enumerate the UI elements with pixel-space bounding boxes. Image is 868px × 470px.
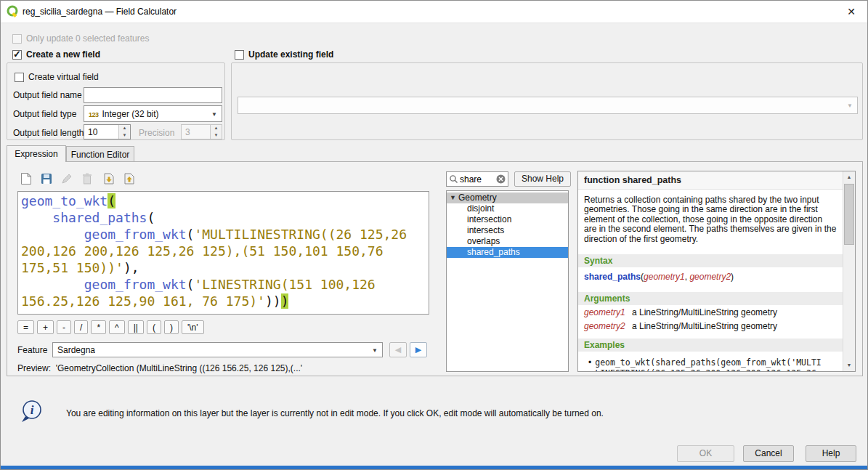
operator-buttons: = + - / * ^ || ( ) '\n': [17, 320, 204, 334]
import-expressions-button[interactable]: [100, 170, 118, 187]
spin-down-icon[interactable]: ▼: [119, 132, 130, 139]
tree-group-geometry[interactable]: ▼ Geometry: [447, 193, 568, 203]
window-title: reg_sicilia_sardegna — Field Calculator: [23, 7, 177, 17]
operator-power-button[interactable]: ^: [109, 320, 125, 334]
operator-plus-button[interactable]: +: [37, 320, 54, 334]
preview-label: Preview:: [17, 363, 51, 373]
update-existing-field-checkbox[interactable]: Update existing field: [235, 49, 333, 60]
function-search-box[interactable]: [446, 171, 508, 187]
next-feature-button[interactable]: ▶: [410, 342, 427, 357]
save-expression-button[interactable]: [38, 170, 55, 187]
scroll-up-icon[interactable]: ▲: [843, 171, 855, 183]
output-field-type-select[interactable]: 123Integer (32 bit) ▼: [84, 105, 222, 122]
spin-down-icon: ▼: [211, 132, 222, 139]
output-field-name-input[interactable]: [84, 87, 222, 103]
precision-label: Precision: [139, 128, 174, 138]
save-icon: [41, 173, 52, 185]
title-bar: reg_sicilia_sardegna — Field Calculator …: [1, 1, 867, 23]
export-icon: [123, 173, 135, 185]
scroll-down-icon[interactable]: ▼: [843, 360, 855, 371]
create-virtual-field-checkbox[interactable]: Create virtual field: [15, 72, 99, 82]
edit-mode-notice: You are editing information on this laye…: [66, 408, 604, 418]
help-content: function shared_paths Returns a collecti…: [578, 171, 843, 371]
tab-function-editor[interactable]: Function Editor: [66, 146, 134, 162]
output-field-length-label: Output field length: [13, 128, 84, 138]
function-help-panel: function shared_paths Returns a collecti…: [577, 171, 856, 372]
expression-segment: )): [265, 293, 281, 309]
update-existing-field-label: Update existing field: [248, 49, 333, 60]
new-expression-button[interactable]: [17, 170, 35, 187]
clear-search-icon[interactable]: [496, 174, 506, 186]
tree-item-intersection[interactable]: intersection: [447, 214, 568, 225]
example-code-line: LINESTRING((26 125,26 200,126 200,126 12…: [595, 368, 822, 371]
tree-expander-icon[interactable]: ▼: [450, 193, 456, 203]
spin-up-icon[interactable]: ▲: [119, 125, 130, 132]
feature-value: Sardegna: [57, 345, 95, 355]
checkbox-icon[interactable]: [15, 73, 24, 82]
scrollbar-thumb[interactable]: [844, 184, 854, 245]
help-examples-header: Examples: [578, 339, 843, 352]
expression-segment: shared_paths: [52, 210, 147, 225]
show-help-button[interactable]: Show Help: [514, 171, 571, 187]
feature-label: Feature: [17, 345, 47, 355]
help-button[interactable]: Help: [806, 445, 856, 462]
feature-select[interactable]: Sardegna ▼: [52, 342, 383, 357]
qgis-logo-icon: [7, 5, 19, 20]
dropdown-arrow-icon: ▼: [372, 347, 378, 353]
update-existing-group: ▼: [231, 62, 863, 140]
expression-segment: geom_from_wkt: [84, 277, 187, 292]
help-syntax-line: shared_paths(geometry1, geometry2): [578, 267, 843, 286]
operator-equals-button[interactable]: =: [17, 320, 34, 334]
export-expressions-button[interactable]: [121, 170, 138, 187]
spinner-buttons[interactable]: ▲▼: [118, 125, 130, 139]
expression-segment: [21, 210, 52, 225]
operator-multiply-button[interactable]: *: [91, 320, 106, 334]
create-new-field-checkbox[interactable]: Create a new field: [12, 49, 100, 60]
import-icon: [103, 173, 115, 185]
tree-item-intersects[interactable]: intersects: [447, 225, 568, 236]
precision-spinner: 3 ▲▼: [181, 124, 222, 139]
argument-name: geometry2: [584, 321, 632, 331]
operator-close-paren-button[interactable]: ): [164, 320, 179, 334]
operator-minus-button[interactable]: -: [57, 320, 71, 334]
svg-text:i: i: [31, 403, 34, 417]
help-scrollbar[interactable]: ▲ ▼: [843, 171, 855, 371]
previous-feature-button: ◀: [389, 342, 407, 357]
bullet-icon: •: [588, 357, 591, 371]
tab-expression[interactable]: Expression: [7, 145, 66, 162]
spin-up-icon: ▲: [211, 125, 222, 132]
output-field-length-spinner[interactable]: 10 ▲▼: [84, 124, 131, 139]
expression-editor[interactable]: geom_to_wkt( shared_paths( geom_from_wkt…: [17, 191, 429, 315]
operator-divide-button[interactable]: /: [74, 320, 88, 334]
checkbox-icon: [12, 34, 22, 44]
window-bottom-edge: [1, 466, 867, 469]
expression-segment: geom_to_wkt: [21, 193, 108, 208]
preview-row: Preview: 'GeometryCollection (MultiLineS…: [17, 363, 302, 373]
search-input[interactable]: [460, 173, 493, 185]
expression-tab-panel: geom_to_wkt( shared_paths( geom_from_wkt…: [7, 161, 863, 376]
output-field-name-label: Output field name: [13, 90, 82, 100]
checkbox-checked-icon[interactable]: [12, 50, 22, 60]
close-icon[interactable]: ✕: [845, 5, 858, 18]
create-virtual-field-label: Create virtual field: [28, 72, 99, 82]
matched-bracket: (: [108, 193, 115, 208]
info-icon: i: [18, 398, 44, 426]
expression-segment: (: [187, 277, 195, 292]
tree-item-shared-paths[interactable]: shared_paths: [447, 247, 568, 258]
syntax-arg2: geometry2: [689, 272, 731, 282]
operator-open-paren-button[interactable]: (: [147, 320, 161, 334]
field-calculator-dialog: reg_sicilia_sardegna — Field Calculator …: [0, 0, 868, 470]
function-tree[interactable]: ▼ Geometry disjoint intersection interse…: [446, 190, 569, 372]
help-arguments-header: Arguments: [578, 292, 843, 305]
help-syntax-header: Syntax: [578, 254, 843, 267]
tree-item-overlaps[interactable]: overlaps: [447, 236, 568, 247]
argument-row: geometry1 a LineString/MultiLineString g…: [578, 305, 843, 319]
example-code-line: geom_to_wkt(shared_paths(geom_from_wkt('…: [595, 357, 822, 368]
checkbox-icon[interactable]: [235, 50, 244, 60]
cancel-button[interactable]: Cancel: [743, 445, 794, 462]
spinner-buttons: ▲▼: [210, 125, 222, 139]
tree-item-disjoint[interactable]: disjoint: [447, 203, 568, 214]
operator-newline-button[interactable]: '\n': [182, 320, 204, 334]
operator-concat-button[interactable]: ||: [128, 320, 144, 334]
argument-description: a LineString/MultiLineString geometry: [632, 321, 777, 331]
